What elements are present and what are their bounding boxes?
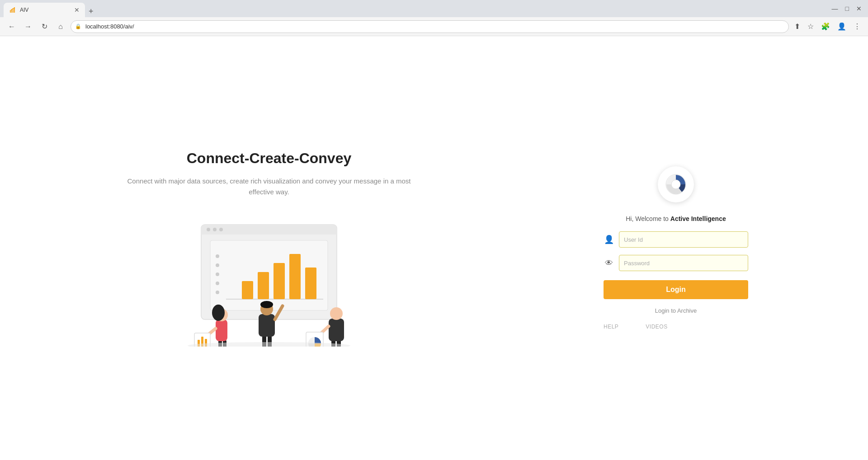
videos-link[interactable]: VIDEOS [646, 324, 667, 330]
address-bar-row: ← → ↻ ⌂ 🔒 ⬆ ☆ 🧩 👤 ⋮ [0, 17, 868, 36]
menu-icon[interactable]: ⋮ [852, 20, 863, 33]
bookmark-icon[interactable]: ☆ [806, 20, 816, 33]
active-tab[interactable]: AIV ✕ [4, 3, 85, 17]
profile-icon[interactable]: 👤 [835, 20, 848, 33]
login-form: 👤 👁 Login Login to Archive HELP VIDEOS [604, 231, 748, 330]
right-section: Hi, Welcome to Active Intelligence 👤 👁 L… [604, 166, 748, 330]
svg-point-8 [213, 228, 217, 231]
svg-point-49 [330, 307, 343, 320]
svg-rect-17 [242, 281, 253, 299]
user-id-input[interactable] [619, 231, 748, 248]
svg-rect-20 [289, 254, 301, 299]
svg-rect-27 [216, 319, 227, 341]
back-button[interactable]: ← [5, 20, 18, 33]
tab-favicon [9, 6, 16, 14]
svg-point-42 [260, 301, 273, 308]
eye-icon: 👁 [604, 258, 614, 268]
help-link[interactable]: HELP [604, 324, 618, 330]
svg-rect-48 [329, 319, 344, 341]
svg-point-14 [216, 282, 219, 285]
svg-point-15 [216, 291, 219, 294]
svg-point-29 [212, 305, 225, 321]
user-id-row: 👤 [604, 231, 748, 248]
maximize-button[interactable]: □ [843, 4, 852, 13]
svg-point-55 [188, 342, 350, 347]
svg-rect-19 [274, 263, 285, 299]
extensions-icon[interactable]: 🧩 [819, 20, 832, 33]
password-row: 👁 [604, 255, 748, 271]
address-input[interactable] [71, 20, 789, 33]
tab-close-button[interactable]: ✕ [74, 7, 80, 13]
password-input[interactable] [619, 255, 748, 271]
refresh-button[interactable]: ↻ [38, 20, 51, 33]
svg-rect-40 [259, 314, 275, 337]
hero-title: Connect-Create-Convey [187, 150, 352, 167]
hero-illustration [174, 216, 364, 347]
tab-label: AIV [20, 7, 71, 13]
home-button[interactable]: ⌂ [54, 20, 67, 33]
bottom-links: HELP VIDEOS [604, 324, 748, 330]
login-archive-link[interactable]: Login to Archive [655, 307, 697, 314]
svg-point-9 [219, 228, 223, 231]
forward-button[interactable]: → [22, 20, 34, 33]
login-button[interactable]: Login [604, 280, 748, 299]
page-content: Connect-Create-Convey Connect with major… [0, 36, 868, 460]
share-icon[interactable]: ⬆ [793, 20, 802, 33]
svg-rect-21 [305, 268, 316, 299]
left-section: Connect-Create-Convey Connect with major… [120, 150, 436, 347]
logo-circle [658, 166, 694, 202]
hero-subtitle: Connect with major data sources, create … [120, 176, 418, 197]
user-icon: 👤 [604, 235, 614, 244]
close-button[interactable]: ✕ [854, 4, 864, 13]
lock-icon: 🔒 [75, 23, 81, 29]
browser-tabs: AIV ✕ + [4, 0, 827, 17]
toolbar-icons: ⬆ ☆ 🧩 👤 ⋮ [793, 20, 863, 33]
svg-point-13 [216, 272, 219, 276]
new-tab-button[interactable]: + [85, 5, 97, 17]
svg-point-11 [216, 254, 219, 258]
browser-chrome: AIV ✕ + — □ ✕ [0, 0, 868, 17]
welcome-text: Hi, Welcome to Active Intelligence [626, 215, 726, 222]
minimize-button[interactable]: — [829, 4, 841, 13]
svg-rect-18 [258, 272, 269, 299]
svg-point-7 [207, 228, 210, 231]
svg-point-12 [216, 263, 219, 267]
address-bar-wrapper: 🔒 [71, 20, 789, 33]
